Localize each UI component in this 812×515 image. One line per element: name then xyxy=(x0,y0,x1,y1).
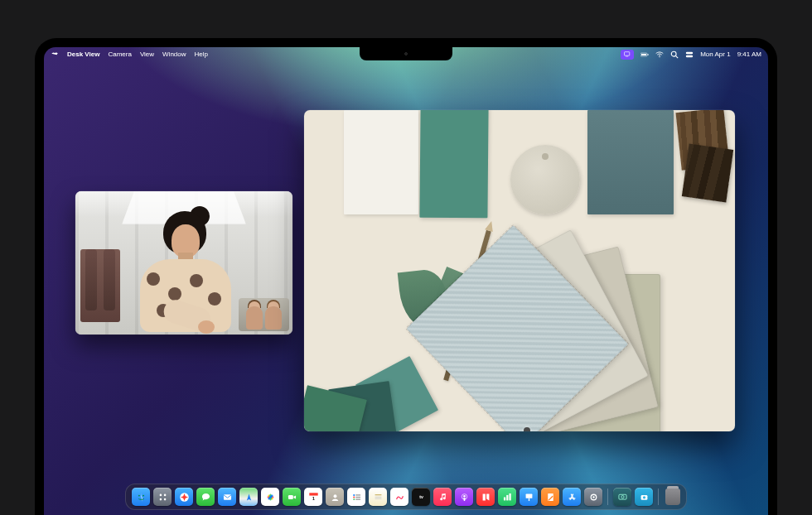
svg-point-12 xyxy=(143,494,144,496)
dock-app-settings[interactable] xyxy=(584,488,602,506)
svg-rect-34 xyxy=(375,496,381,497)
swatch-green xyxy=(419,110,488,218)
dock: 1tv xyxy=(125,484,687,510)
svg-rect-41 xyxy=(509,493,510,499)
svg-point-26 xyxy=(333,494,336,498)
dock-app-numbers[interactable] xyxy=(498,488,516,506)
fabric-fan xyxy=(511,258,735,431)
camera-dot-icon xyxy=(404,52,408,55)
menu-window[interactable]: Window xyxy=(162,51,186,58)
svg-rect-40 xyxy=(506,494,508,500)
svg-point-46 xyxy=(592,496,594,498)
spotlight-search-icon[interactable] xyxy=(670,51,679,59)
svg-rect-32 xyxy=(355,498,360,499)
svg-rect-3 xyxy=(641,54,646,55)
svg-rect-9 xyxy=(686,55,693,57)
dock-app-appstore[interactable] xyxy=(563,488,581,506)
svg-point-5 xyxy=(660,56,660,57)
svg-rect-4 xyxy=(648,54,649,55)
dock-app-tv[interactable]: tv xyxy=(412,488,430,506)
fan-rivet xyxy=(524,427,530,431)
dock-app-music[interactable] xyxy=(433,488,452,506)
dock-app-launchpad[interactable] xyxy=(153,488,172,506)
svg-text:1: 1 xyxy=(312,495,315,500)
dock-separator xyxy=(658,489,659,505)
menu-help[interactable]: Help xyxy=(195,51,208,58)
svg-point-27 xyxy=(353,493,355,495)
dock-app-news[interactable] xyxy=(476,488,495,506)
dock-app-mail[interactable] xyxy=(218,488,236,506)
svg-point-29 xyxy=(353,498,355,500)
menubar-date[interactable]: Mon Apr 1 xyxy=(700,51,730,58)
dock-app-contacts[interactable] xyxy=(326,488,344,506)
swatch-teal xyxy=(587,110,674,214)
svg-point-15 xyxy=(159,498,162,500)
dock-app-maps[interactable] xyxy=(239,488,258,506)
svg-point-11 xyxy=(138,494,140,496)
svg-rect-30 xyxy=(355,494,360,495)
dock-separator xyxy=(607,489,608,505)
app-name[interactable]: Desk View xyxy=(67,51,99,58)
svg-point-37 xyxy=(463,494,466,497)
dock-app-screenshot[interactable] xyxy=(635,488,653,506)
facetime-window[interactable] xyxy=(75,191,292,335)
svg-point-48 xyxy=(621,495,623,498)
svg-rect-35 xyxy=(375,498,381,498)
svg-point-14 xyxy=(163,493,166,496)
svg-point-6 xyxy=(671,51,676,56)
wood-sample-dark xyxy=(682,144,733,203)
svg-rect-8 xyxy=(686,51,693,53)
dock-app-facetime[interactable] xyxy=(283,488,301,506)
svg-rect-0 xyxy=(624,52,629,56)
dock-app-podcasts[interactable] xyxy=(455,488,473,506)
deskview-window[interactable] xyxy=(304,110,735,431)
menu-view[interactable]: View xyxy=(140,51,154,58)
battery-icon[interactable] xyxy=(640,51,649,59)
display-notch xyxy=(360,47,452,60)
svg-rect-39 xyxy=(503,497,505,500)
svg-point-28 xyxy=(353,496,355,498)
dock-app-safari[interactable] xyxy=(175,488,193,506)
menubar-time[interactable]: 9:41 AM xyxy=(737,51,761,58)
svg-text:tv: tv xyxy=(419,494,423,499)
dock-app-finder[interactable] xyxy=(132,488,150,506)
svg-point-16 xyxy=(163,498,166,500)
apple-menu-icon[interactable] xyxy=(51,51,59,59)
dock-app-pages[interactable] xyxy=(541,488,559,506)
laptop-frame: Desk View Camera View Window Help xyxy=(35,38,777,515)
presenter xyxy=(125,206,241,335)
dock-app-messages[interactable] xyxy=(196,488,215,506)
control-center-icon[interactable] xyxy=(685,51,694,59)
dock-app-deskview[interactable] xyxy=(613,488,631,506)
svg-rect-42 xyxy=(525,493,532,498)
svg-rect-31 xyxy=(355,496,360,497)
desktop: Desk View Camera View Window Help xyxy=(44,47,768,515)
svg-rect-24 xyxy=(309,493,317,495)
dock-app-notes[interactable] xyxy=(369,488,387,506)
clothing-rack xyxy=(80,249,120,322)
swatch-white xyxy=(344,110,418,214)
dock-app-reminders[interactable] xyxy=(347,488,365,506)
svg-rect-43 xyxy=(528,498,529,500)
dock-app-photos[interactable] xyxy=(261,488,279,506)
stone-disc xyxy=(510,145,580,214)
svg-rect-33 xyxy=(375,494,381,495)
participants-thumbnail[interactable] xyxy=(239,298,289,331)
wifi-icon[interactable] xyxy=(655,51,664,59)
trash-icon[interactable] xyxy=(665,489,680,505)
svg-line-7 xyxy=(676,55,679,58)
svg-point-13 xyxy=(159,493,162,496)
svg-point-50 xyxy=(642,496,645,498)
svg-rect-18 xyxy=(223,494,230,500)
menu-camera[interactable]: Camera xyxy=(108,51,131,58)
dock-app-freeform[interactable] xyxy=(390,488,408,506)
svg-rect-1 xyxy=(626,56,628,57)
dock-app-keynote[interactable] xyxy=(520,488,538,506)
screenshare-status-icon[interactable] xyxy=(621,50,634,60)
svg-rect-23 xyxy=(288,494,292,498)
dock-app-calendar[interactable]: 1 xyxy=(304,488,322,506)
